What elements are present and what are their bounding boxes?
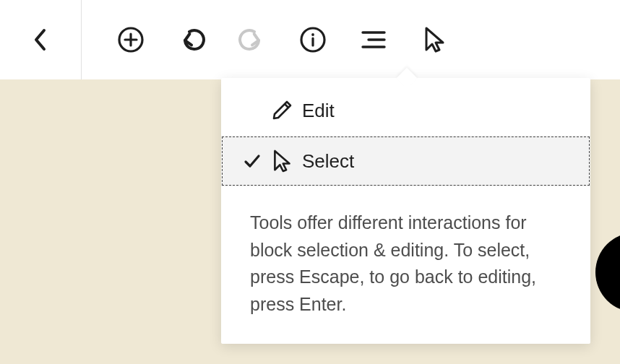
chevron-left-icon (32, 27, 49, 53)
floating-action-button[interactable] (595, 233, 620, 312)
cursor-icon (423, 26, 446, 53)
tools-mode-button[interactable] (420, 25, 449, 54)
add-block-button[interactable] (116, 25, 145, 54)
menu-item-select[interactable]: Select (221, 136, 590, 186)
plus-circle-icon (117, 26, 145, 53)
check-icon (238, 152, 266, 170)
redo-icon (238, 25, 267, 54)
outline-button[interactable] (359, 25, 388, 54)
toolbar-tools (82, 25, 449, 54)
pencil-icon (266, 100, 298, 121)
details-button[interactable] (298, 25, 327, 54)
editor-toolbar (0, 0, 620, 79)
back-button-slot (0, 0, 82, 79)
redo-button (238, 25, 267, 54)
menu-item-label: Edit (302, 100, 335, 122)
cursor-icon (266, 149, 298, 173)
tools-dropdown: Edit Select Tools offer different intera… (221, 78, 590, 344)
info-circle-icon (299, 26, 327, 53)
svg-line-9 (285, 104, 288, 108)
undo-button[interactable] (177, 25, 206, 54)
dropdown-items: Edit Select (221, 78, 590, 189)
svg-point-4 (311, 33, 314, 36)
dropdown-description: Tools offer different interactions for b… (221, 189, 590, 344)
menu-item-label: Select (302, 150, 354, 173)
list-outline-icon (361, 30, 386, 50)
undo-icon (177, 25, 206, 54)
menu-item-edit[interactable]: Edit (221, 85, 590, 136)
back-button[interactable] (26, 25, 55, 54)
